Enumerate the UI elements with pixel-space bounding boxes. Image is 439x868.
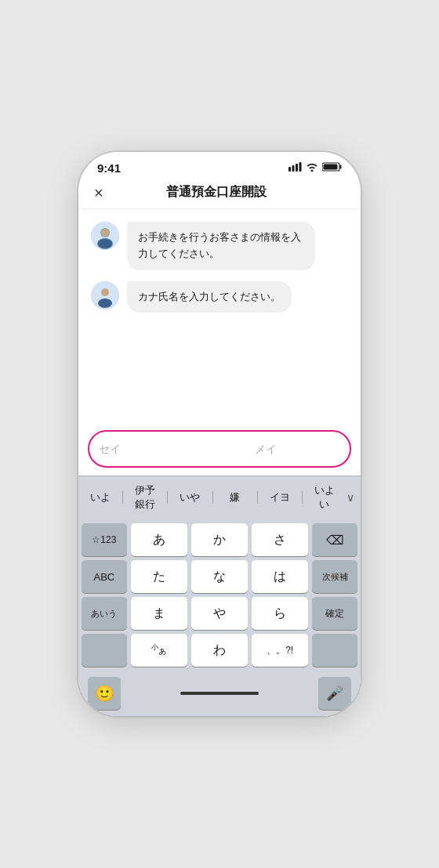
key-abc[interactable]: ABC <box>82 560 127 593</box>
key-na[interactable]: な <box>191 560 248 593</box>
input-area <box>78 422 361 476</box>
key-sa[interactable]: さ <box>252 523 308 556</box>
key-empty-right <box>312 634 357 667</box>
status-bar: 9:41 <box>78 152 361 178</box>
keyboard-row-2: ABC た な は 次候補 <box>82 560 357 593</box>
message-bubble-1: お手続きを行うお客さまの情報を入力してください。 <box>127 222 315 270</box>
keyboard: ☆123 あ か さ ⌫ ABC た な <box>78 519 361 674</box>
key-ya[interactable]: や <box>191 597 248 630</box>
page-title: 普通預金口座開設 <box>103 184 329 201</box>
emoji-icon: 🙂 <box>95 684 114 703</box>
svg-point-14 <box>98 298 112 308</box>
emoji-button[interactable]: 🙂 <box>88 677 121 710</box>
close-button[interactable]: × <box>94 185 103 201</box>
svg-point-10 <box>101 229 109 237</box>
suggestion-6[interactable]: いよい <box>309 481 340 514</box>
mei-input[interactable] <box>252 441 361 457</box>
key-wa[interactable]: わ <box>191 634 248 667</box>
suggestion-1[interactable]: いよ <box>85 488 116 507</box>
home-indicator <box>180 692 259 695</box>
avatar-2 <box>91 281 119 309</box>
key-ma[interactable]: ま <box>131 597 187 630</box>
chat-message-2: カナ氏名を入力してください。 <box>91 281 348 313</box>
input-row <box>88 430 351 468</box>
suggestions-row: いよ 伊予銀行 いや 嫌 イヨ いよい ∨ <box>78 476 361 519</box>
keyboard-row-3: あいう ま や ら 確定 <box>82 597 357 630</box>
sei-input[interactable] <box>96 441 239 457</box>
svg-point-11 <box>98 239 112 248</box>
key-ta[interactable]: た <box>131 560 187 593</box>
status-time: 9:41 <box>97 161 121 175</box>
key-small[interactable]: 小ぁ <box>131 634 187 667</box>
key-a[interactable]: あ <box>131 523 187 556</box>
phone-frame: 9:41 × 普通預金口座開設 <box>78 152 361 716</box>
svg-rect-0 <box>288 167 291 172</box>
svg-rect-2 <box>296 164 298 172</box>
sep4 <box>257 491 258 504</box>
message-bubble-2: カナ氏名を入力してください。 <box>127 281 292 313</box>
keyboard-row-1: ☆123 あ か さ ⌫ <box>82 523 357 556</box>
microphone-button[interactable]: 🎤 <box>318 677 351 710</box>
sep1 <box>122 491 123 504</box>
sep3 <box>212 491 213 504</box>
avatar-1 <box>91 222 119 250</box>
key-aiueo[interactable]: あいう <box>82 597 127 630</box>
suggestions-chevron-icon[interactable]: ∨ <box>346 491 354 504</box>
suggestion-4[interactable]: 嫌 <box>220 488 251 507</box>
key-next-candidate[interactable]: 次候補 <box>312 560 357 593</box>
chat-message-1: お手続きを行うお客さまの情報を入力してください。 <box>91 222 348 270</box>
battery-icon <box>322 162 342 174</box>
keyboard-bottom: 🙂 🎤 <box>78 674 361 716</box>
signal-icon <box>288 162 302 174</box>
svg-rect-5 <box>340 165 342 169</box>
chat-area: お手続きを行うお客さまの情報を入力してください。 カナ氏名を入力してください。 <box>78 209 361 422</box>
key-backspace[interactable]: ⌫ <box>312 523 357 556</box>
key-confirm[interactable]: 確定 <box>312 597 357 630</box>
key-ra[interactable]: ら <box>252 597 308 630</box>
status-icons <box>288 162 342 174</box>
suggestion-2[interactable]: 伊予銀行 <box>129 481 161 514</box>
key-123[interactable]: ☆123 <box>82 523 127 556</box>
svg-rect-1 <box>292 165 295 172</box>
sep5 <box>302 491 303 504</box>
svg-point-13 <box>101 288 109 296</box>
microphone-icon: 🎤 <box>326 685 343 702</box>
wifi-icon <box>306 162 318 174</box>
svg-rect-3 <box>299 162 302 172</box>
suggestion-5[interactable]: イヨ <box>264 488 296 507</box>
suggestion-3[interactable]: いや <box>174 488 205 507</box>
sep2 <box>167 491 168 504</box>
key-ka[interactable]: か <box>191 523 248 556</box>
app-header: × 普通預金口座開設 <box>78 178 361 209</box>
svg-rect-6 <box>324 165 338 170</box>
key-empty-left <box>82 634 127 667</box>
key-ha[interactable]: は <box>252 560 308 593</box>
keyboard-row-4: 小ぁ わ 、。?! <box>82 634 357 667</box>
key-punctuation[interactable]: 、。?! <box>252 634 308 667</box>
